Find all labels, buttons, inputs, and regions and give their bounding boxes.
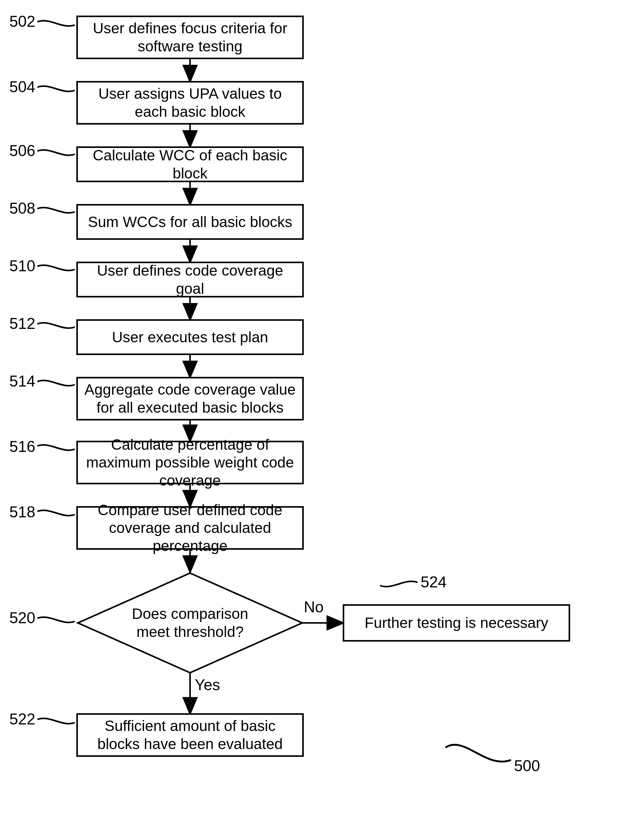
step-512-text: User executes test plan <box>112 328 268 346</box>
step-506-box: Calculate WCC of each basic block <box>76 146 304 182</box>
step-514-box: Aggregate code coverage value for all ex… <box>76 377 304 420</box>
step-522-text: Sufficient amount of basic blocks have b… <box>84 717 296 753</box>
ref-514: 514 <box>9 372 35 390</box>
decision-520-text: Does comparison meet threshold? <box>115 601 265 645</box>
step-512-box: User executes test plan <box>76 319 304 355</box>
step-502-text: User defines focus criteria for software… <box>84 19 296 55</box>
step-504-box: User assigns UPA values to each basic bl… <box>76 81 304 125</box>
step-508-box: Sum WCCs for all basic blocks <box>76 204 304 240</box>
step-524-box: Further testing is necessary <box>343 604 570 642</box>
step-508-text: Sum WCCs for all basic blocks <box>88 213 292 231</box>
ref-502: 502 <box>9 12 35 31</box>
step-514-text: Aggregate code coverage value for all ex… <box>84 381 296 417</box>
step-510-box: User defines code coverage goal <box>76 262 304 297</box>
label-yes: Yes <box>195 676 220 694</box>
label-no: No <box>304 598 324 616</box>
step-518-text: Compare user defined code coverage and c… <box>84 501 296 555</box>
ref-506: 506 <box>9 142 35 160</box>
step-510-text: User defines code coverage goal <box>84 262 296 297</box>
ref-518: 518 <box>9 503 35 521</box>
ref-524: 524 <box>421 573 446 591</box>
step-522-box: Sufficient amount of basic blocks have b… <box>76 713 304 757</box>
step-516-text: Calculate percentage of maximum possible… <box>84 436 296 490</box>
step-518-box: Compare user defined code coverage and c… <box>76 506 304 550</box>
step-516-box: Calculate percentage of maximum possible… <box>76 441 304 484</box>
ref-504: 504 <box>9 78 35 96</box>
step-504-text: User assigns UPA values to each basic bl… <box>84 85 296 121</box>
ref-522: 522 <box>9 710 35 728</box>
ref-508: 508 <box>9 199 35 218</box>
ref-500: 500 <box>514 757 540 775</box>
ref-516: 516 <box>9 438 35 456</box>
flowchart-canvas: 502 504 506 508 510 512 514 516 518 520 … <box>0 0 644 821</box>
ref-512: 512 <box>9 315 35 332</box>
ref-520: 520 <box>9 609 35 627</box>
step-506-text: Calculate WCC of each basic block <box>84 146 296 182</box>
step-502-box: User defines focus criteria for software… <box>76 15 304 59</box>
step-524-text: Further testing is necessary <box>365 614 548 632</box>
ref-510: 510 <box>9 257 35 275</box>
